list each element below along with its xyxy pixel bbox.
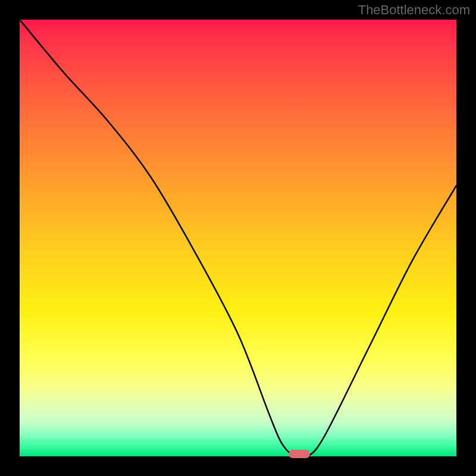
bottleneck-curve-svg xyxy=(20,20,456,456)
optimal-marker xyxy=(289,450,310,458)
watermark-text: TheBottleneck.com xyxy=(358,2,470,18)
plot-area xyxy=(20,20,456,456)
bottleneck-curve-path xyxy=(20,20,456,456)
